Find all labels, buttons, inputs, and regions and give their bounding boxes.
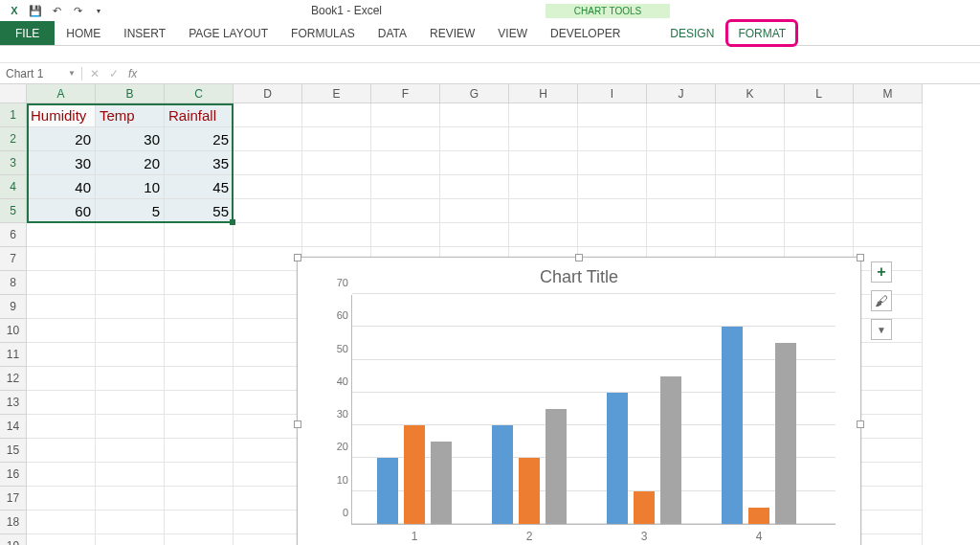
cell[interactable] [854, 511, 923, 534]
cell[interactable] [854, 151, 923, 175]
cell[interactable]: 40 [27, 175, 96, 199]
row-header[interactable]: 9 [0, 295, 27, 319]
cell[interactable] [27, 271, 96, 295]
cell[interactable] [165, 391, 234, 415]
cell[interactable] [234, 343, 302, 367]
cell[interactable] [854, 175, 923, 199]
cell[interactable] [165, 487, 234, 511]
cell[interactable] [647, 103, 716, 127]
cell[interactable] [785, 175, 854, 199]
cell[interactable]: 35 [165, 151, 234, 175]
cell[interactable]: 25 [165, 127, 234, 151]
cell[interactable] [165, 295, 234, 319]
cell[interactable]: 55 [165, 199, 234, 223]
cell[interactable] [96, 319, 165, 343]
row-header[interactable]: 12 [0, 367, 27, 391]
bar-humidity[interactable] [607, 393, 628, 524]
cell[interactable] [234, 151, 302, 175]
cell[interactable] [578, 223, 647, 247]
enter-icon[interactable]: ✓ [109, 67, 119, 80]
cell[interactable] [578, 103, 647, 127]
cell[interactable] [234, 439, 302, 463]
cell[interactable] [234, 127, 302, 151]
bar-humidity[interactable] [492, 425, 513, 524]
cell[interactable] [647, 223, 716, 247]
row-header[interactable]: 3 [0, 151, 27, 175]
cell[interactable] [234, 463, 302, 487]
cell[interactable] [785, 199, 854, 223]
cell[interactable] [96, 415, 165, 439]
undo-icon[interactable]: ↶ [49, 3, 64, 18]
cell[interactable] [785, 151, 854, 175]
cell[interactable] [27, 295, 96, 319]
col-header[interactable]: C [165, 84, 234, 103]
cell[interactable]: 30 [96, 127, 165, 151]
bar-temp[interactable] [748, 508, 769, 524]
cell[interactable] [234, 391, 302, 415]
row-header[interactable]: 1 [0, 103, 27, 127]
cell[interactable] [854, 463, 923, 487]
cell[interactable] [854, 343, 923, 367]
cell[interactable] [234, 223, 302, 247]
bar-temp[interactable] [634, 491, 655, 524]
row-header[interactable]: 14 [0, 415, 27, 439]
cell[interactable] [234, 367, 302, 391]
cell[interactable] [302, 199, 371, 223]
cell[interactable] [165, 439, 234, 463]
name-box-dropdown-icon[interactable]: ▼ [68, 69, 76, 78]
cell[interactable] [234, 271, 302, 295]
cell[interactable] [234, 415, 302, 439]
cell[interactable] [716, 103, 785, 127]
cell[interactable] [27, 391, 96, 415]
cell[interactable] [785, 223, 854, 247]
row-header[interactable]: 2 [0, 127, 27, 151]
bar-humidity[interactable] [377, 458, 398, 524]
bar-humidity[interactable] [722, 327, 743, 524]
chart-plot-area[interactable]: 0102030405060701234 [351, 295, 835, 525]
cell[interactable] [96, 343, 165, 367]
cell[interactable] [854, 391, 923, 415]
name-box[interactable]: Chart 1 ▼ [0, 67, 82, 80]
cell[interactable] [27, 487, 96, 511]
cell[interactable] [854, 439, 923, 463]
cell[interactable] [302, 127, 371, 151]
tab-formulas[interactable]: FORMULAS [279, 21, 367, 45]
cell[interactable] [96, 487, 165, 511]
cell[interactable] [234, 511, 302, 534]
col-header[interactable]: G [440, 84, 509, 103]
cell[interactable] [234, 295, 302, 319]
row-header[interactable]: 18 [0, 511, 27, 534]
tab-design[interactable]: DESIGN [658, 21, 725, 45]
cell[interactable] [371, 151, 440, 175]
cell[interactable] [27, 367, 96, 391]
cell[interactable] [716, 151, 785, 175]
cell[interactable]: Humidity [27, 103, 96, 127]
cell[interactable] [96, 439, 165, 463]
cell[interactable] [647, 151, 716, 175]
col-header[interactable]: M [854, 84, 923, 103]
cell[interactable]: 5 [96, 199, 165, 223]
cell[interactable] [785, 127, 854, 151]
cell[interactable] [27, 415, 96, 439]
cell[interactable] [578, 151, 647, 175]
row-header[interactable]: 16 [0, 463, 27, 487]
bar-rainfall[interactable] [775, 343, 796, 524]
cell[interactable] [440, 223, 509, 247]
select-all-corner[interactable] [0, 84, 27, 103]
cell[interactable] [440, 151, 509, 175]
row-header[interactable]: 15 [0, 439, 27, 463]
cell[interactable] [647, 127, 716, 151]
col-header[interactable]: B [96, 84, 165, 103]
row-header[interactable]: 5 [0, 199, 27, 223]
cell[interactable] [234, 103, 302, 127]
cell[interactable] [27, 343, 96, 367]
cell[interactable] [302, 103, 371, 127]
cell[interactable] [96, 463, 165, 487]
cell[interactable] [647, 175, 716, 199]
tab-home[interactable]: HOME [55, 21, 112, 45]
col-header[interactable]: L [785, 84, 854, 103]
cell[interactable] [27, 534, 96, 545]
row-header[interactable]: 4 [0, 175, 27, 199]
cell[interactable]: 45 [165, 175, 234, 199]
row-header[interactable]: 17 [0, 487, 27, 511]
